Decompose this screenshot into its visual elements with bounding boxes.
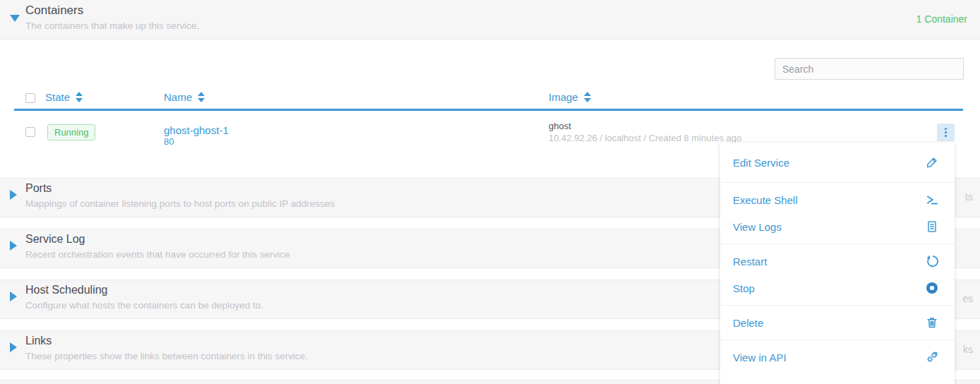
containers-panel-page: Containers The containers that make up t… [0, 0, 980, 384]
menu-item-label: View in API [733, 352, 787, 364]
column-header-state[interactable]: State [45, 91, 83, 103]
menu-item-label: View Logs [733, 221, 782, 233]
menu-item-delete[interactable]: Delete [720, 309, 955, 336]
expand-triangle-icon[interactable] [10, 342, 17, 352]
section-subtitle: Mappings of container listening ports to… [25, 198, 335, 209]
menu-item-restart[interactable]: Restart [720, 248, 955, 275]
column-header-name[interactable]: Name [164, 91, 205, 103]
container-port: 80 [164, 136, 174, 147]
column-header-label: Name [164, 91, 192, 103]
menu-item-label: Delete [733, 317, 763, 329]
section-title: Service Log [25, 233, 85, 246]
pencil-icon [925, 155, 939, 169]
menu-item-view-in-api[interactable]: View in API [720, 344, 955, 371]
column-header-label: State [45, 91, 70, 103]
containers-section-header[interactable]: Containers The containers that make up t… [0, 0, 980, 40]
container-count-badge: 1 Container [916, 13, 967, 25]
section-title: Links [25, 335, 52, 347]
section-count-fragment: ts [965, 191, 973, 203]
kebab-dot [945, 131, 947, 133]
image-name: ghost [549, 121, 571, 131]
section-count-fragment: es [962, 293, 973, 304]
menu-item-view-logs[interactable]: View Logs [720, 213, 955, 240]
column-header-image[interactable]: Image [549, 91, 591, 103]
search-input[interactable] [775, 58, 964, 80]
section-subtitle: Configure what hosts the containers can … [25, 300, 263, 311]
row-checkbox[interactable] [25, 127, 35, 137]
select-all-checkbox[interactable] [25, 93, 35, 103]
collapse-triangle-icon[interactable] [10, 15, 20, 22]
section-title: Ports [25, 182, 52, 195]
table-header-rule [14, 109, 963, 111]
menu-item-label: Stop [733, 282, 755, 294]
section-count-fragment: ks [963, 344, 973, 355]
menu-item-stop[interactable]: Stop [720, 275, 955, 301]
section-subtitle: Recent orchestration events that have oc… [25, 249, 289, 260]
restart-arrow-icon [925, 254, 939, 268]
status-badge: Running [47, 124, 95, 140]
kebab-dot [945, 135, 947, 137]
expand-triangle-icon[interactable] [10, 190, 17, 200]
expand-triangle-icon[interactable] [10, 292, 17, 301]
menu-item-label: Restart [733, 256, 767, 268]
page-title: Containers [25, 4, 83, 18]
shell-prompt-icon [925, 193, 939, 207]
row-actions-context-menu: Edit Service Execute Shell View Logs [720, 143, 955, 384]
image-details: 10.42.92.26 / localhost / Created 8 minu… [549, 133, 741, 143]
section-subtitle: These properties show the links between … [25, 351, 308, 361]
menu-item-label: Execute Shell [733, 194, 798, 206]
kebab-dot [945, 128, 947, 130]
stop-circle-icon [925, 281, 939, 295]
menu-item-execute-shell[interactable]: Execute Shell [720, 186, 955, 213]
page-subtitle: The containers that make up this service… [25, 20, 199, 31]
section-title: Host Scheduling [25, 284, 108, 296]
menu-item-label: Edit Service [733, 157, 789, 169]
row-actions-kebab-button[interactable] [937, 124, 955, 141]
column-header-label: Image [549, 91, 578, 103]
container-name-link[interactable]: ghost-ghost-1 [164, 124, 229, 136]
sort-icon [198, 92, 205, 102]
file-text-icon [925, 220, 939, 234]
sort-icon [76, 92, 83, 102]
trash-icon [925, 316, 939, 330]
expand-triangle-icon[interactable] [10, 241, 17, 251]
external-api-icon [925, 350, 939, 364]
menu-item-edit-service[interactable]: Edit Service [720, 146, 955, 179]
sort-icon [584, 92, 591, 102]
